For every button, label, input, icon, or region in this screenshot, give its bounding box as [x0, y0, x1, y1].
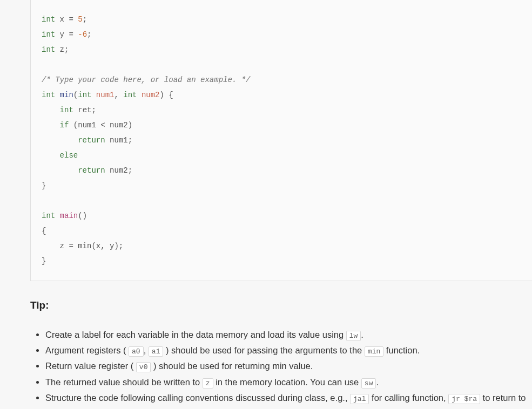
- code-token: -6: [78, 30, 87, 39]
- tip-item: Create a label for each variable in the …: [45, 328, 532, 342]
- inline-code: z: [203, 378, 213, 388]
- code-token: num2: [137, 91, 160, 99]
- tip-text: for calling function,: [369, 393, 448, 403]
- code-token: 5: [78, 15, 82, 24]
- tip-text: Create a label for each variable in the …: [45, 330, 346, 339]
- code-token: (num1 < num2): [69, 121, 132, 129]
- inline-code: jr $ra: [448, 394, 480, 404]
- tip-text: The returned value should be written to: [45, 377, 203, 387]
- tip-item: Argument registers ( a0, a1 ) should be …: [45, 343, 532, 358]
- inline-code: a1: [149, 346, 164, 357]
- tip-text: .: [376, 377, 379, 387]
- code-token: int: [60, 106, 73, 114]
- code-token: {: [42, 227, 46, 235]
- code-token: int: [42, 91, 55, 99]
- code-token: int: [42, 30, 55, 39]
- tip-text: ,: [144, 345, 149, 355]
- code-token: num1;: [105, 136, 132, 145]
- code-token: int: [78, 91, 91, 99]
- tips-list: Create a label for each variable in the …: [30, 328, 532, 409]
- tip-text: ) should be used for returning min value…: [151, 361, 313, 371]
- code-token: (): [78, 212, 87, 220]
- code-token: else: [60, 151, 78, 160]
- inline-code: a0: [129, 346, 144, 357]
- code-comment: /* Type your code here, or load an examp…: [42, 76, 250, 84]
- tip-text: in the memory location. You can use: [213, 377, 361, 387]
- code-token: min: [55, 91, 73, 99]
- code-block: int x = 5; int y = -6; int z; /* Type yo…: [30, 0, 532, 281]
- code-token: num1: [91, 91, 114, 99]
- code-token: ;: [87, 30, 91, 39]
- code-token: ret;: [73, 106, 96, 114]
- code-token: main: [55, 212, 78, 220]
- tip-text: ) should be used for passing the argumen…: [163, 345, 364, 355]
- inline-code: sw: [361, 378, 376, 388]
- tip-text: Argument registers (: [45, 345, 129, 355]
- tip-item: Structure the code following calling con…: [45, 391, 532, 409]
- inline-code: v0: [136, 362, 151, 372]
- code-token: int: [123, 91, 137, 99]
- tip-text: Return value register (: [45, 361, 136, 371]
- tip-item: The returned value should be written to …: [45, 375, 532, 390]
- code-token: x =: [55, 15, 78, 24]
- code-token: ,: [114, 91, 123, 99]
- code-token: return: [78, 166, 105, 175]
- code-token: ) {: [160, 91, 173, 99]
- code-token: int: [42, 45, 55, 54]
- tip-text: .: [361, 330, 363, 339]
- inline-code: min: [365, 346, 383, 357]
- code-token: z = min(x, y);: [42, 242, 123, 250]
- tip-heading: Tip:: [30, 299, 532, 311]
- inline-code: lw: [346, 331, 361, 341]
- code-token: int: [42, 212, 55, 220]
- code-token: y =: [55, 30, 78, 39]
- code-token: }: [42, 181, 46, 190]
- code-token: num2;: [105, 166, 132, 175]
- code-token: int: [42, 15, 55, 24]
- tip-text: function.: [383, 345, 420, 355]
- code-token: return: [78, 136, 105, 145]
- tip-item: Return value register ( v0 ) should be u…: [45, 359, 532, 373]
- tip-text: Structure the code following calling con…: [45, 393, 350, 403]
- code-token: }: [42, 257, 46, 265]
- code-token: if: [60, 121, 69, 129]
- inline-code: jal: [350, 394, 369, 404]
- code-token: z;: [55, 45, 69, 54]
- code-token: ;: [83, 15, 87, 24]
